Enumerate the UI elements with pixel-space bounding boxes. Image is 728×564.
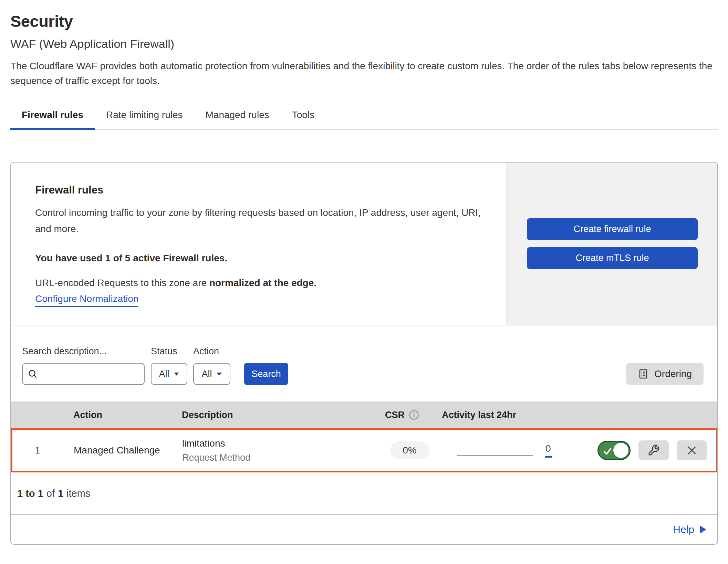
page-title: Security <box>10 12 718 31</box>
configure-normalization-link[interactable]: Configure Normalization <box>35 293 138 307</box>
chevron-down-icon <box>174 372 179 376</box>
overview-text-panel: Firewall rules Control incoming traffic … <box>11 163 507 325</box>
action-label: Action <box>193 346 230 357</box>
firewall-rules-overview: Firewall rules Control incoming traffic … <box>11 163 717 325</box>
tab-label: Firewall rules <box>22 109 83 120</box>
help-row: Help <box>11 515 717 544</box>
activity-count-link[interactable]: 0 <box>545 443 552 458</box>
ordering-button[interactable]: Ordering <box>626 363 704 385</box>
rule-controls <box>560 440 716 460</box>
tab-label: Tools <box>292 109 314 120</box>
rule-description: limitations <box>182 438 378 449</box>
normalization-note: URL-encoded Requests to this zone are no… <box>35 278 493 289</box>
rule-action: Managed Challenge <box>63 445 178 456</box>
action-buttons-panel: Create firewall rule Create mTLS rule <box>507 163 717 325</box>
description-column-header: Description <box>177 410 376 420</box>
action-selected-value: All <box>201 369 212 379</box>
overview-description: Control incoming traffic to your zone by… <box>35 205 486 237</box>
rules-tab-bar: Firewall rules Rate limiting rules Manag… <box>10 106 718 130</box>
rule-priority: 1 <box>12 445 63 456</box>
items-of: of <box>46 488 55 499</box>
list-ordering-icon <box>638 368 649 379</box>
firewall-rules-card: Firewall rules Control incoming traffic … <box>10 162 718 545</box>
activity-column-header: Activity last 24hr <box>440 410 559 420</box>
items-word: items <box>66 488 90 499</box>
security-waf-page: Security WAF (Web Application Firewall) … <box>0 0 728 545</box>
tab-label: Rate limiting rules <box>106 109 183 120</box>
items-total: 1 <box>58 488 63 499</box>
create-mtls-rule-button[interactable]: Create mTLS rule <box>527 247 698 269</box>
filter-bar: Search description... Status All <box>11 325 717 401</box>
table-header-row: Action Description CSR Activity last 24h… <box>11 401 717 428</box>
status-selected-value: All <box>159 369 169 379</box>
action-select[interactable]: All <box>193 363 230 385</box>
wrench-icon <box>647 444 660 457</box>
csr-header-label: CSR <box>385 410 405 420</box>
action-column-header: Action <box>61 410 177 420</box>
rule-csr-cell: 0% <box>378 441 441 459</box>
check-icon <box>603 446 612 456</box>
csr-badge: 0% <box>390 441 429 459</box>
normalization-prefix: URL-encoded Requests to this zone are <box>35 278 209 288</box>
activity-sparkline <box>457 455 533 456</box>
arrow-right-icon <box>699 525 706 534</box>
create-firewall-rule-button[interactable]: Create firewall rule <box>527 218 698 240</box>
status-label: Status <box>151 346 187 357</box>
search-label: Search description... <box>22 346 145 357</box>
edit-rule-button[interactable] <box>638 440 669 460</box>
tab-managed-rules[interactable]: Managed rules <box>194 106 281 129</box>
normalization-bold: normalized at the edge. <box>209 278 316 288</box>
action-filter-group: Action All <box>187 346 230 385</box>
status-select[interactable]: All <box>151 363 187 385</box>
tab-tools[interactable]: Tools <box>281 106 326 129</box>
tab-rate-limiting-rules[interactable]: Rate limiting rules <box>95 106 194 129</box>
chevron-down-icon <box>216 372 222 376</box>
tab-label: Managed rules <box>206 109 269 120</box>
search-input-wrapper <box>22 363 145 385</box>
items-range: 1 to 1 <box>17 488 43 499</box>
overview-heading: Firewall rules <box>35 184 493 196</box>
help-link[interactable]: Help <box>673 524 706 535</box>
page-subtitle: WAF (Web Application Firewall) <box>10 36 718 51</box>
status-filter-group: Status All <box>145 346 187 385</box>
csr-column-header: CSR <box>376 410 440 420</box>
close-icon <box>686 445 698 456</box>
help-link-label: Help <box>673 524 694 535</box>
rule-description-cell: limitations Request Method <box>178 438 378 463</box>
search-filter-group: Search description... <box>22 346 145 385</box>
table-footer: 1 to 1 of 1 items <box>11 472 717 515</box>
page-description: The Cloudflare WAF provides both automat… <box>10 59 716 88</box>
usage-summary: You have used 1 of 5 active Firewall rul… <box>35 253 493 264</box>
delete-rule-button[interactable] <box>677 440 707 460</box>
rule-activity-cell: 0 <box>441 443 560 458</box>
ordering-button-label: Ordering <box>654 368 692 379</box>
tab-firewall-rules[interactable]: Firewall rules <box>10 106 95 129</box>
info-icon[interactable] <box>409 410 419 420</box>
rule-enabled-toggle[interactable] <box>597 441 631 460</box>
rule-description-sub: Request Method <box>182 452 378 463</box>
search-icon <box>28 369 38 379</box>
firewall-rule-row[interactable]: 1 Managed Challenge limitations Request … <box>11 428 717 472</box>
search-button[interactable]: Search <box>244 363 288 385</box>
search-input[interactable] <box>41 369 139 379</box>
toggle-knob <box>613 443 628 458</box>
